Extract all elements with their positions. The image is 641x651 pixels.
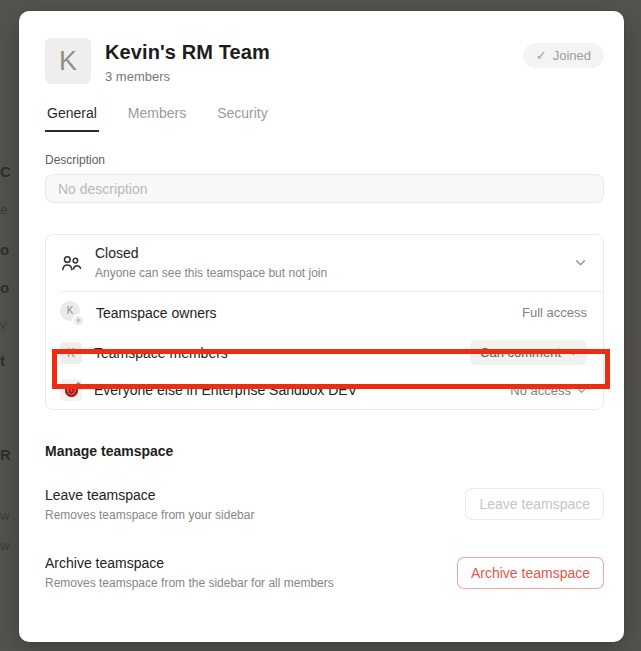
permission-row-label: Teamspace members (94, 345, 228, 361)
tab-security[interactable]: Security (215, 99, 270, 132)
teamspace-avatar: K (45, 38, 91, 84)
joined-badge-label: Joined (553, 48, 591, 63)
access-level-selector[interactable]: Closed Anyone can see this teamspace but… (46, 235, 603, 291)
access-level-texts: Closed Anyone can see this teamspace but… (95, 245, 327, 281)
leave-teamspace-button[interactable]: Leave teamspace (465, 488, 604, 520)
permission-row-owners: K k Teamspace owners Full access (46, 292, 603, 334)
people-icon (60, 252, 82, 274)
archive-teamspace-button[interactable]: Archive teamspace (457, 557, 604, 589)
backdrop-text-fragment: R (0, 446, 11, 463)
backdrop-text-fragment: o (0, 241, 9, 258)
permission-row-label: Teamspace owners (96, 305, 217, 321)
description-label: Description (45, 153, 604, 167)
backdrop-text-fragment: e (0, 202, 7, 217)
stacked-avatars: K k (60, 301, 84, 325)
chevron-down-icon (576, 385, 587, 396)
backdrop-text-fragment: C (0, 163, 11, 180)
permissions-card: Closed Anyone can see this teamspace but… (45, 234, 604, 410)
description-input[interactable] (45, 174, 604, 203)
archive-teamspace-row: Archive teamspace Removes teamspace from… (45, 554, 604, 592)
manage-teamspace-heading: Manage teamspace (45, 443, 604, 459)
check-icon: ✓ (536, 48, 547, 63)
title-block: Kevin's RM Team 3 members (105, 38, 270, 84)
dialog-header: K Kevin's RM Team 3 members ✓ Joined (45, 38, 604, 84)
access-level-title: Closed (95, 245, 327, 263)
archive-teamspace-title: Archive teamspace (45, 554, 334, 572)
page-title: Kevin's RM Team (105, 41, 270, 64)
access-dropdown-members[interactable]: Can comment (470, 340, 587, 365)
avatar: k (72, 314, 85, 327)
sparkle-icon: ✦ (75, 380, 81, 387)
tab-general[interactable]: General (45, 99, 99, 132)
access-dropdown-everyone[interactable]: No access (510, 383, 587, 398)
tab-members[interactable]: Members (126, 99, 188, 132)
archive-teamspace-texts: Archive teamspace Removes teamspace from… (45, 554, 334, 592)
backdrop-text-fragment: v (0, 317, 7, 332)
access-value-full: Full access (522, 305, 587, 320)
backdrop-text-fragment: o (0, 279, 9, 296)
teamspace-settings-dialog: K Kevin's RM Team 3 members ✓ Joined Gen… (19, 11, 624, 642)
backdrop-text-fragment: w (0, 508, 9, 523)
joined-badge[interactable]: ✓ Joined (523, 43, 604, 68)
chevron-down-icon (568, 347, 579, 358)
leave-teamspace-texts: Leave teamspace Removes teamspace from y… (45, 486, 254, 524)
chevron-down-icon (574, 256, 587, 269)
leave-teamspace-subtitle: Removes teamspace from your sidebar (45, 508, 254, 524)
leave-teamspace-title: Leave teamspace (45, 486, 254, 504)
tab-bar: General Members Security (45, 99, 604, 132)
organization-logo-icon: ✦ (60, 379, 82, 401)
permission-row-everyone: ✦ Everyone else in Enterprise Sandbox DE… (46, 372, 603, 409)
leave-teamspace-row: Leave teamspace Removes teamspace from y… (45, 486, 604, 524)
member-count: 3 members (105, 69, 270, 84)
backdrop-text-fragment: t (0, 352, 5, 369)
archive-teamspace-subtitle: Removes teamspace from the sidebar for a… (45, 576, 334, 592)
permission-row-members: K Teamspace members Can comment (46, 334, 603, 372)
access-level-subtitle: Anyone can see this teamspace but not jo… (95, 266, 327, 281)
avatar: K (60, 342, 82, 364)
permission-row-label: Everyone else in Enterprise Sandbox DEV (94, 382, 357, 398)
backdrop-text-fragment: w (0, 538, 9, 553)
